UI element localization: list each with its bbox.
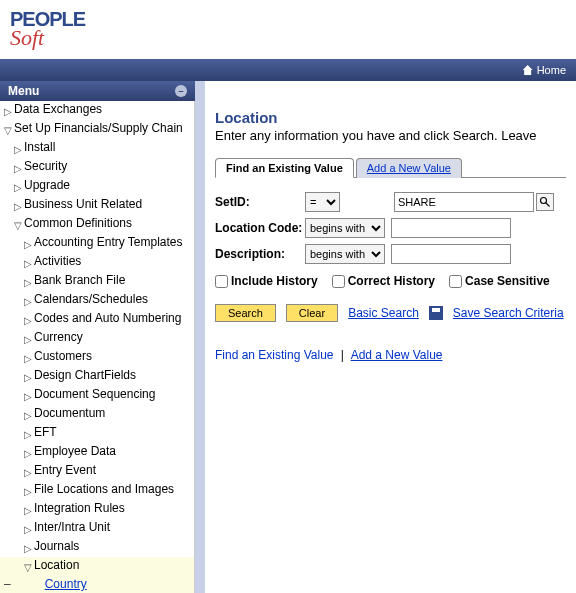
tree-item[interactable]: ▷Entry Event <box>0 462 194 481</box>
dash-icon: – <box>4 577 11 591</box>
tree-item[interactable]: ▽Common Definitions <box>0 215 194 234</box>
tree-item-location[interactable]: ▽Location <box>0 557 194 576</box>
clear-button[interactable]: Clear <box>286 304 338 322</box>
search-button[interactable]: Search <box>215 304 276 322</box>
tree-item[interactable]: ▷Data Exchanges <box>0 101 194 120</box>
tree-item[interactable]: ▷Upgrade <box>0 177 194 196</box>
basic-search-link[interactable]: Basic Search <box>348 306 419 320</box>
tree-item[interactable]: ▷Inter/Intra Unit <box>0 519 194 538</box>
save-search-link[interactable]: Save Search Criteria <box>453 306 564 320</box>
tree-label: Customers <box>34 349 92 364</box>
expand-icon: ▷ <box>24 389 34 404</box>
tree-item[interactable]: ▷Currency <box>0 329 194 348</box>
tree-item[interactable]: ▷EFT <box>0 424 194 443</box>
description-operator[interactable]: begins with <box>305 244 385 264</box>
tree-item[interactable]: ▷Codes and Auto Numbering <box>0 310 194 329</box>
tree-label: Design ChartFields <box>34 368 136 383</box>
tree-label: Accounting Entry Templates <box>34 235 183 250</box>
tree-item[interactable]: ▷Document Sequencing <box>0 386 194 405</box>
tree-label: Codes and Auto Numbering <box>34 311 181 326</box>
expand-icon: ▷ <box>24 332 34 347</box>
expand-icon: ▽ <box>4 123 14 138</box>
bottom-add-link[interactable]: Add a New Value <box>351 348 443 362</box>
description-label: Description: <box>215 247 305 261</box>
setid-operator[interactable]: = <box>305 192 340 212</box>
expand-icon: ▷ <box>14 199 24 214</box>
svg-point-0 <box>541 198 547 204</box>
tree-label: Activities <box>34 254 81 269</box>
expand-icon: ▷ <box>24 237 34 252</box>
expand-icon: ▷ <box>24 294 34 309</box>
expand-icon: ▷ <box>24 427 34 442</box>
tree-item[interactable]: ▷Business Unit Related <box>0 196 194 215</box>
tree-item[interactable]: ▷Security <box>0 158 194 177</box>
save-icon <box>429 306 443 320</box>
bottom-links: Find an Existing Value | Add a New Value <box>215 348 566 362</box>
tree-item[interactable]: ▷Bank Branch File <box>0 272 194 291</box>
setid-input[interactable] <box>394 192 534 212</box>
tree-label: Journals <box>34 539 79 554</box>
tree-label: Employee Data <box>34 444 116 459</box>
tree-label: Security <box>24 159 67 174</box>
location-code-label: Location Code: <box>215 221 305 235</box>
location-code-input[interactable] <box>391 218 511 238</box>
setid-label: SetID: <box>215 195 305 209</box>
tree-label: Document Sequencing <box>34 387 155 402</box>
tree-item[interactable]: ▷Employee Data <box>0 443 194 462</box>
tree-label: Bank Branch File <box>34 273 125 288</box>
tree-item[interactable]: ▷Design ChartFields <box>0 367 194 386</box>
topbar: Home <box>0 59 576 81</box>
tree-item[interactable]: ▷File Locations and Images <box>0 481 194 500</box>
logo: PEOPLE Soft <box>0 0 576 59</box>
expand-icon: ▷ <box>14 142 24 157</box>
tree-label: Integration Rules <box>34 501 125 516</box>
expand-icon: ▷ <box>4 104 14 119</box>
include-history-check[interactable]: Include History <box>215 274 318 288</box>
tree-item[interactable]: ▷Journals <box>0 538 194 557</box>
logo-line2: Soft <box>10 25 566 51</box>
expand-icon: ▷ <box>24 522 34 537</box>
expand-icon: ▷ <box>24 351 34 366</box>
bottom-find-link[interactable]: Find an Existing Value <box>215 348 334 362</box>
tree-label: Data Exchanges <box>14 102 102 117</box>
tree-item[interactable]: ▷Activities <box>0 253 194 272</box>
tree-subitem[interactable]: –Country <box>0 576 194 592</box>
correct-history-check[interactable]: Correct History <box>332 274 435 288</box>
menu-panel: Menu – ▷Data Exchanges▽Set Up Financials… <box>0 81 195 593</box>
tree-item[interactable]: ▷Accounting Entry Templates <box>0 234 194 253</box>
menu-tree[interactable]: ▷Data Exchanges▽Set Up Financials/Supply… <box>0 101 195 593</box>
tree-label: Set Up Financials/Supply Chain <box>14 121 183 136</box>
menu-header: Menu – <box>0 81 195 101</box>
expand-icon: ▷ <box>24 484 34 499</box>
tree-item[interactable]: ▷Integration Rules <box>0 500 194 519</box>
tab-find-existing[interactable]: Find an Existing Value <box>215 158 354 178</box>
tree-label: Calendars/Schedules <box>34 292 148 307</box>
case-sensitive-check[interactable]: Case Sensitive <box>449 274 550 288</box>
tab-add-new[interactable]: Add a New Value <box>356 158 462 178</box>
description-input[interactable] <box>391 244 511 264</box>
tree-item[interactable]: ▷Customers <box>0 348 194 367</box>
tree-label: Install <box>24 140 55 155</box>
setid-lookup-icon[interactable] <box>536 193 554 211</box>
tab-bar: Find an Existing Value Add a New Value <box>215 157 566 178</box>
home-label: Home <box>537 64 566 76</box>
tree-label: Inter/Intra Unit <box>34 520 110 535</box>
expand-icon: ▷ <box>24 256 34 271</box>
svg-line-1 <box>546 203 550 207</box>
home-link[interactable]: Home <box>523 64 566 76</box>
expand-icon: ▷ <box>24 408 34 423</box>
content-divider <box>195 81 205 593</box>
home-icon <box>523 65 533 75</box>
tree-item[interactable]: ▷Documentum <box>0 405 194 424</box>
expand-icon: ▷ <box>14 180 24 195</box>
expand-icon: ▷ <box>24 370 34 385</box>
tree-label: Business Unit Related <box>24 197 142 212</box>
tree-item[interactable]: ▷Calendars/Schedules <box>0 291 194 310</box>
tree-sublabel: Country <box>15 577 87 591</box>
page-title: Location <box>215 109 566 126</box>
tree-item[interactable]: ▷Install <box>0 139 194 158</box>
tree-item[interactable]: ▽Set Up Financials/Supply Chain <box>0 120 194 139</box>
menu-collapse-icon[interactable]: – <box>175 85 187 97</box>
expand-icon: ▷ <box>24 446 34 461</box>
location-code-operator[interactable]: begins with <box>305 218 385 238</box>
